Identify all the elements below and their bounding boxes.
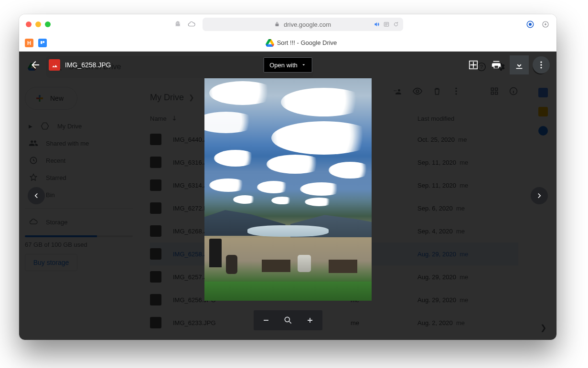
- image-file-icon: [49, 59, 60, 71]
- ghostery-icon[interactable]: [174, 20, 182, 29]
- image-preview[interactable]: [204, 78, 372, 301]
- address-bar-url: drive.google.com: [284, 21, 331, 28]
- browser-chrome: drive.google.com: [19, 14, 556, 52]
- favorite-trello[interactable]: [38, 39, 47, 47]
- browser-window: drive.google.com: [19, 14, 556, 340]
- audio-icon[interactable]: [374, 21, 380, 28]
- back-button[interactable]: [26, 55, 45, 74]
- close-window-button[interactable]: [26, 21, 32, 27]
- maximize-window-button[interactable]: [45, 21, 51, 27]
- window-controls: [26, 21, 51, 27]
- reload-icon[interactable]: [393, 21, 399, 28]
- minimize-window-button[interactable]: [35, 21, 41, 27]
- svg-rect-4: [41, 41, 43, 44]
- open-with-button[interactable]: Open with: [263, 57, 312, 73]
- title-bar: drive.google.com: [19, 14, 556, 34]
- zoom-reset-button[interactable]: [278, 311, 298, 330]
- preview-filename: IMG_6258.JPG: [65, 61, 111, 69]
- chevron-down-icon: [301, 63, 306, 67]
- svg-point-29: [540, 64, 542, 65]
- tab-title: Sort !!! - Google Drive: [277, 39, 337, 46]
- open-with-label: Open with: [269, 62, 298, 69]
- svg-point-2: [529, 23, 532, 26]
- cloud-icon[interactable]: [187, 20, 196, 29]
- reader-icon[interactable]: [383, 21, 390, 28]
- favorite-hn[interactable]: H: [25, 39, 33, 47]
- download-button[interactable]: [510, 55, 529, 74]
- lock-icon: [274, 21, 280, 27]
- downloads-icon[interactable]: [541, 20, 550, 29]
- drive-favicon-icon: [266, 39, 274, 47]
- zoom-controls: [254, 310, 322, 330]
- svg-point-30: [540, 67, 542, 68]
- svg-point-28: [540, 62, 542, 63]
- more-options-button[interactable]: [533, 56, 550, 74]
- add-to-drive-button[interactable]: [464, 55, 483, 74]
- zoom-out-button[interactable]: [257, 311, 276, 330]
- next-image-button[interactable]: [531, 187, 548, 204]
- preview-header: IMG_6258.JPG Open with: [19, 52, 556, 78]
- previous-image-button[interactable]: [28, 187, 45, 204]
- svg-rect-5: [43, 41, 45, 43]
- browser-tab[interactable]: Sort !!! - Google Drive: [52, 39, 551, 47]
- onepassword-icon[interactable]: [526, 20, 535, 29]
- content-area: Search in Drive ? New: [19, 52, 556, 340]
- address-bar[interactable]: drive.google.com: [203, 18, 403, 31]
- print-button[interactable]: [487, 55, 506, 74]
- tab-bar: H Sort !!! - Google Drive: [19, 34, 556, 52]
- zoom-in-button[interactable]: [300, 311, 320, 330]
- svg-point-31: [285, 317, 289, 322]
